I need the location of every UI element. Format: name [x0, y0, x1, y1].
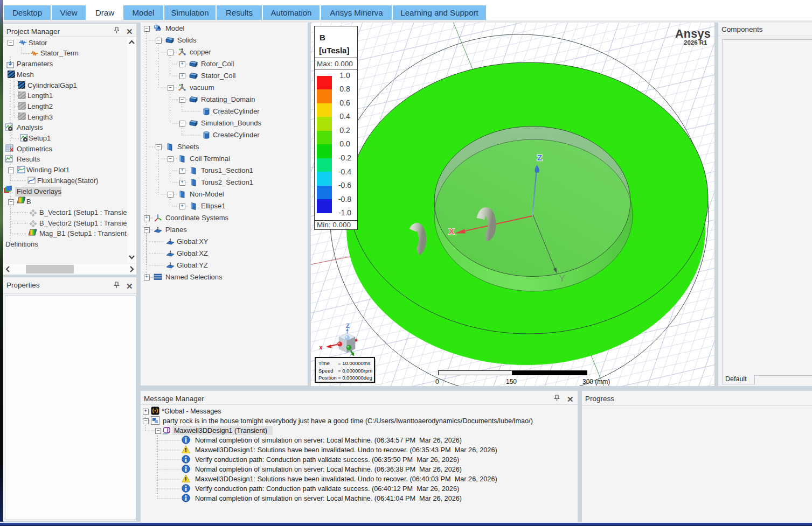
svg-text:Y: Y — [559, 274, 565, 283]
svg-text:Z: Z — [346, 322, 350, 329]
svg-text:Z: Z — [537, 153, 543, 162]
svg-text:x: x — [320, 344, 323, 350]
svg-text:X: X — [449, 227, 455, 236]
